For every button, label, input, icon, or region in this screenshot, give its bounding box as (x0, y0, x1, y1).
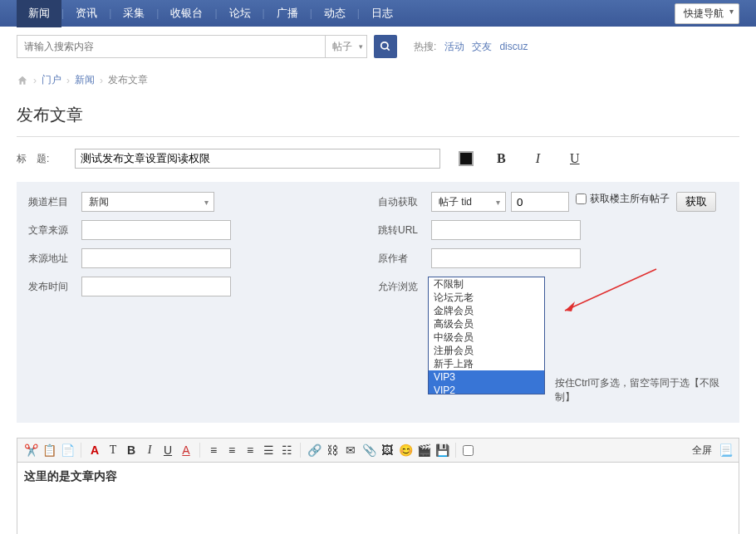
search-bar: 帖子 热搜: 活动 交友 discuz (0, 27, 756, 66)
hot-link[interactable]: 交友 (472, 41, 492, 52)
email-icon[interactable]: ✉ (344, 443, 357, 457)
font-name-icon[interactable]: T (106, 443, 120, 457)
source-url-label: 来源地址 (28, 248, 81, 266)
nav-item-info[interactable]: 资讯 (64, 6, 109, 21)
breadcrumb-portal[interactable]: 门户 (42, 73, 61, 87)
quick-nav-dropdown[interactable]: 快捷导航 (675, 3, 739, 24)
source-label: 文章来源 (28, 220, 81, 238)
breadcrumb: › 门户 › 新闻 › 发布文章 (0, 66, 756, 94)
title-italic-button[interactable]: I (536, 151, 540, 166)
perm-option[interactable]: 金牌会员 (429, 304, 544, 317)
fetch-all-checkbox-wrap[interactable]: 获取楼主所有帖子 (576, 192, 670, 206)
breadcrumb-current: 发布文章 (108, 73, 148, 87)
page-icon[interactable]: 📃 (719, 443, 732, 457)
media-icon[interactable]: 🎬 (417, 443, 430, 457)
publish-time-input[interactable] (81, 277, 231, 296)
paste-icon[interactable]: 📄 (61, 443, 74, 457)
svg-line-1 (387, 48, 390, 51)
align-right-icon[interactable]: ≡ (243, 443, 257, 457)
channel-label: 频道栏目 (28, 192, 81, 209)
auto-fetch-type-select[interactable]: 帖子 tid (431, 192, 506, 212)
nav-item-collect[interactable]: 采集 (111, 6, 156, 21)
auto-fetch-num-input[interactable] (511, 192, 569, 212)
editor-checkbox[interactable] (463, 445, 474, 456)
hot-search: 热搜: 活动 交友 discuz (414, 40, 528, 54)
perm-option[interactable]: 中级会员 (429, 331, 544, 344)
font-color-icon[interactable]: A (88, 443, 101, 457)
unlink-icon[interactable]: ⛓ (326, 443, 339, 457)
perm-option[interactable]: 注册会员 (429, 344, 544, 357)
perm-option[interactable]: 新手上路 (429, 357, 544, 370)
source-input[interactable] (81, 220, 231, 240)
search-icon (380, 41, 391, 52)
author-input[interactable] (431, 248, 581, 268)
underline-icon[interactable]: U (161, 443, 174, 457)
align-center-icon[interactable]: ≡ (225, 443, 238, 457)
publish-time-label: 发布时间 (28, 277, 81, 294)
perm-option[interactable]: 论坛元老 (429, 291, 544, 304)
title-input[interactable] (75, 149, 440, 169)
breadcrumb-news[interactable]: 新闻 (75, 73, 95, 87)
top-nav: 新闻 | 资讯 | 采集 | 收银台 | 论坛 | 广播 | 动态 | 日志 快… (0, 0, 756, 27)
search-type-select[interactable]: 帖子 (325, 36, 366, 57)
search-button[interactable] (374, 35, 397, 58)
nav-item-news[interactable]: 新闻 (17, 0, 61, 27)
form-panel: 频道栏目 新闻 自动获取 帖子 tid 获取楼主所有帖子 获取 文章来源 跳转U… (17, 182, 739, 423)
fetch-all-checkbox[interactable] (576, 194, 587, 204)
nav-item-forum[interactable]: 论坛 (218, 6, 263, 21)
link-icon[interactable]: 🔗 (307, 443, 321, 457)
nav-item-broadcast[interactable]: 广播 (265, 6, 310, 21)
italic-icon[interactable]: I (143, 443, 156, 457)
save-icon[interactable]: 💾 (435, 443, 449, 457)
title-row: 标 题: B I U (0, 137, 756, 175)
view-perm-hint: 按住Ctrl可多选，留空等同于选【不限制】 (555, 277, 729, 404)
ordered-list-icon[interactable]: ☷ (280, 443, 293, 457)
view-perm-label: 允许浏览 (378, 277, 428, 294)
image-icon[interactable]: 🖼 (380, 443, 394, 457)
source-url-input[interactable] (81, 248, 231, 268)
perm-option[interactable]: VIP3 (429, 370, 544, 384)
channel-select[interactable]: 新闻 (81, 192, 214, 212)
title-label: 标 题: (17, 152, 60, 166)
page-title: 发布文章 (0, 94, 756, 133)
title-underline-button[interactable]: U (570, 151, 580, 166)
search-input[interactable] (17, 36, 325, 57)
align-left-icon[interactable]: ≡ (207, 443, 220, 457)
editor: ✂️ 📋 📄 A T B I U A ≡ ≡ ≡ ☰ ☷ 🔗 ⛓ ✉ 📎 🖼 😊… (17, 438, 739, 534)
list-icon[interactable]: ☰ (262, 443, 275, 457)
editor-content[interactable]: 这里的是文章内容 (17, 463, 739, 534)
text-color-icon[interactable]: A (179, 443, 193, 457)
svg-point-0 (381, 42, 388, 49)
view-perm-multiselect[interactable]: 不限制论坛元老金牌会员高级会员中级会员注册会员新手上路VIP3VIP2VIP1 (428, 277, 545, 394)
bold-icon[interactable]: B (125, 443, 138, 457)
attachment-icon[interactable]: 📎 (362, 443, 376, 457)
hot-link[interactable]: discuz (499, 41, 528, 52)
redirect-label: 跳转URL (378, 220, 431, 238)
author-label: 原作者 (378, 248, 431, 266)
fullscreen-button[interactable]: 全屏 (692, 443, 712, 458)
fetch-button[interactable]: 获取 (676, 192, 716, 212)
auto-fetch-label: 自动获取 (378, 192, 431, 209)
title-color-swatch[interactable] (459, 151, 474, 166)
perm-option[interactable]: 不限制 (429, 277, 544, 291)
nav-item-log[interactable]: 日志 (360, 6, 405, 21)
perm-option[interactable]: VIP2 (429, 384, 544, 394)
title-bold-button[interactable]: B (497, 151, 506, 166)
hot-link[interactable]: 活动 (444, 41, 464, 52)
home-icon[interactable] (17, 75, 28, 86)
emoji-icon[interactable]: 😊 (399, 443, 412, 457)
perm-option[interactable]: 高级会员 (429, 317, 544, 331)
nav-item-trends[interactable]: 动态 (312, 6, 357, 21)
editor-toolbar: ✂️ 📋 📄 A T B I U A ≡ ≡ ≡ ☰ ☷ 🔗 ⛓ ✉ 📎 🖼 😊… (17, 438, 739, 463)
redirect-input[interactable] (431, 220, 581, 240)
cut-icon[interactable]: ✂️ (24, 443, 37, 457)
copy-icon[interactable]: 📋 (42, 443, 56, 457)
nav-item-cashier[interactable]: 收银台 (159, 6, 214, 21)
